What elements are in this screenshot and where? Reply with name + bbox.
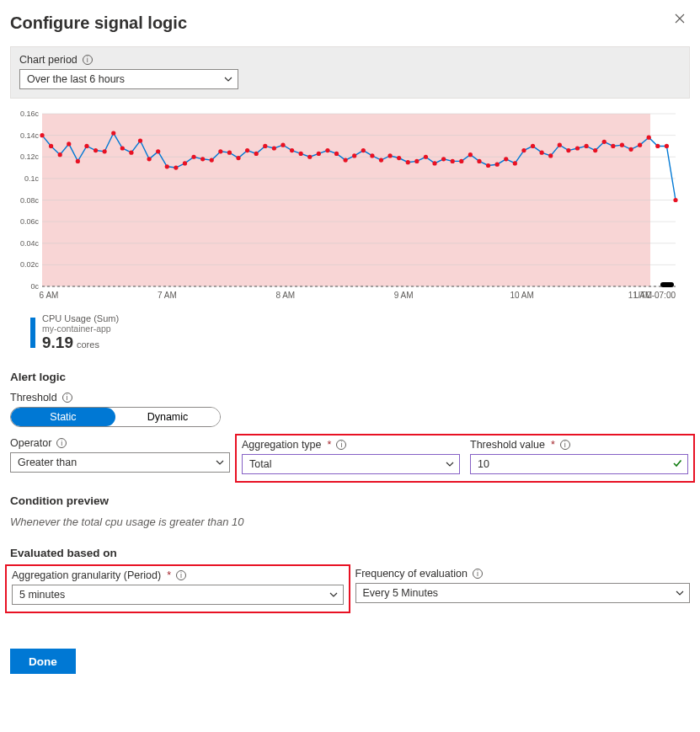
svg-point-38: [138, 138, 142, 142]
svg-text:0.02c: 0.02c: [20, 260, 40, 269]
svg-point-75: [468, 152, 473, 157]
threshold-toggle: StaticDynamic: [10, 407, 221, 427]
legend-resource-name: my-container-app: [42, 323, 119, 334]
svg-text:0.08c: 0.08c: [20, 196, 40, 205]
info-icon[interactable]: i: [83, 55, 93, 65]
threshold-value-label: Threshold value* i: [470, 439, 688, 451]
frequency-field: Frequency of evaluation i Every 5 Minute…: [355, 568, 691, 606]
svg-point-73: [451, 159, 455, 163]
agg-type-select[interactable]: Total: [242, 454, 460, 474]
chart-period-label-text: Chart period: [19, 54, 77, 66]
threshold-toggle-static[interactable]: Static: [11, 408, 115, 426]
svg-point-48: [227, 151, 232, 155]
chart-svg: 0c0.02c0.04c0.06c0.08c0.1c0.12c0.14c0.16…: [10, 110, 684, 308]
svg-point-41: [165, 164, 169, 168]
info-icon[interactable]: i: [473, 569, 483, 579]
threshold-value-input[interactable]: 10: [470, 454, 688, 474]
svg-text:UTC-07:00: UTC-07:00: [634, 291, 676, 300]
svg-point-45: [200, 157, 205, 161]
close-icon: [675, 13, 685, 24]
svg-point-91: [611, 144, 615, 148]
svg-point-67: [397, 156, 401, 160]
chart-period-value: Over the last 6 hours: [27, 73, 125, 85]
svg-point-35: [111, 131, 115, 135]
svg-point-84: [548, 153, 553, 158]
svg-point-97: [665, 144, 669, 148]
svg-point-98: [673, 198, 677, 202]
svg-point-46: [210, 158, 214, 162]
svg-point-76: [477, 159, 481, 163]
svg-point-90: [602, 140, 606, 144]
svg-point-87: [575, 146, 580, 150]
svg-point-37: [129, 151, 133, 155]
agg-type-label: Aggregation type* i: [242, 439, 460, 451]
operator-value: Greater than: [18, 457, 77, 468]
threshold-value-label-text: Threshold value: [470, 439, 545, 451]
legend-color-bar: [30, 318, 35, 348]
svg-point-40: [156, 149, 160, 153]
svg-point-39: [147, 157, 151, 161]
svg-point-36: [120, 146, 125, 150]
svg-point-53: [272, 146, 276, 150]
svg-point-66: [387, 153, 392, 158]
threshold-label-text: Threshold: [10, 392, 57, 403]
svg-point-74: [459, 159, 463, 163]
condition-preview-text: Whenever the total cpu usage is greater …: [10, 516, 690, 528]
threshold-toggle-dynamic[interactable]: Dynamic: [115, 408, 220, 426]
svg-point-57: [307, 155, 312, 159]
done-button[interactable]: Done: [10, 649, 76, 674]
evaluated-heading: Evaluated based on: [10, 547, 690, 559]
svg-point-79: [504, 157, 508, 161]
svg-point-47: [218, 149, 222, 153]
svg-point-94: [638, 143, 642, 147]
chevron-down-icon: [329, 590, 338, 599]
info-icon[interactable]: i: [56, 438, 67, 448]
required-star: *: [167, 569, 171, 581]
chart-period-select[interactable]: Over the last 6 hours: [19, 69, 238, 89]
svg-point-30: [67, 142, 71, 146]
svg-text:8 AM: 8 AM: [275, 291, 295, 300]
svg-text:7 AM: 7 AM: [158, 291, 177, 300]
info-icon[interactable]: i: [336, 440, 346, 450]
info-icon[interactable]: i: [560, 440, 570, 450]
frequency-value: Every 5 Minutes: [363, 587, 439, 599]
alert-logic-heading: Alert logic: [10, 371, 690, 383]
page-title: Configure signal logic: [10, 13, 187, 33]
granularity-field: Aggregation granularity (Period)* i 5 mi…: [5, 564, 350, 613]
operator-label-text: Operator: [10, 437, 51, 449]
svg-point-61: [344, 158, 348, 162]
svg-point-68: [406, 160, 410, 164]
info-icon[interactable]: i: [176, 570, 186, 580]
granularity-label: Aggregation granularity (Period)* i: [12, 569, 344, 581]
svg-text:0.12c: 0.12c: [20, 152, 40, 161]
chevron-down-icon: [446, 460, 454, 468]
chart-period-bar: Chart period i Over the last 6 hours: [10, 46, 690, 99]
svg-point-92: [620, 143, 624, 147]
svg-point-78: [495, 163, 500, 167]
svg-point-42: [174, 165, 178, 169]
threshold-field-label: Threshold i: [10, 392, 690, 403]
condition-preview-heading: Condition preview: [10, 494, 690, 507]
svg-text:6 AM: 6 AM: [40, 291, 59, 300]
chevron-down-icon: [216, 458, 224, 467]
frequency-select[interactable]: Every 5 Minutes: [355, 583, 691, 603]
close-button[interactable]: [670, 8, 690, 30]
svg-point-29: [58, 152, 62, 157]
svg-point-77: [486, 163, 490, 168]
legend-value: 9.19: [42, 334, 73, 352]
svg-point-86: [566, 148, 570, 152]
svg-point-59: [325, 148, 329, 152]
svg-text:0.16c: 0.16c: [20, 110, 40, 118]
granularity-select[interactable]: 5 minutes: [12, 585, 344, 605]
svg-text:0c: 0c: [30, 282, 39, 291]
check-icon: [672, 458, 682, 471]
required-star: *: [551, 439, 555, 451]
operator-select[interactable]: Greater than: [10, 452, 230, 473]
svg-point-55: [290, 148, 294, 152]
svg-point-95: [647, 136, 651, 140]
svg-point-80: [513, 161, 517, 165]
agg-type-value: Total: [249, 458, 271, 470]
info-icon[interactable]: i: [62, 393, 72, 403]
agg-type-label-text: Aggregation type: [242, 439, 322, 451]
chart-period-label: Chart period i: [19, 54, 681, 66]
